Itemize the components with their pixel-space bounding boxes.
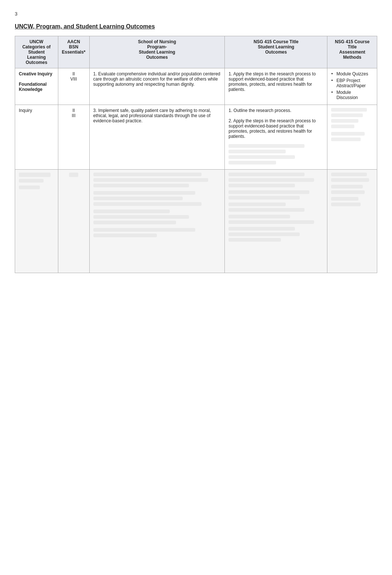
row1-col3: 1. Evaluate comprehensive individual and… [89, 68, 225, 105]
row2-col5 [327, 105, 377, 170]
col-header-1: UNCWCategories ofStudent LearningOutcome… [15, 36, 58, 68]
row2-col3: 3. Implement safe, quality patient care … [89, 105, 225, 170]
row2-col4: 1. Outline the research process. 2. Appl… [225, 105, 327, 170]
section-title: UNCW, Program, and Student Learning Outc… [15, 23, 377, 30]
table-row: Creative InquiryFoundational Knowledge I… [15, 68, 377, 105]
row1-col1: Creative InquiryFoundational Knowledge [15, 68, 58, 105]
row1-col4: 1. Apply the steps in the research proce… [225, 68, 327, 105]
col-header-4: NSG 415 Course TitleStudent LearningOutc… [225, 36, 327, 68]
col-header-3: School of NursingProgram-Student Learnin… [89, 36, 225, 68]
col-header-2: AACNBSNEssentials* [58, 36, 89, 68]
row3-col5 [327, 170, 377, 273]
page-number: 3 [15, 11, 377, 17]
table-row [15, 170, 377, 273]
row3-col3 [89, 170, 225, 273]
row1-col2: IIVIII [58, 68, 89, 105]
learning-outcomes-table: UNCWCategories ofStudent LearningOutcome… [15, 36, 377, 273]
row3-col4 [225, 170, 327, 273]
row3-col2 [58, 170, 89, 273]
row1-col5: Module Quizzes EBP Project Abstract/Pape… [327, 68, 377, 105]
row2-col1: Inquiry [15, 105, 58, 170]
row2-col2: IIIII [58, 105, 89, 170]
col-header-5: NSG 415 Course TitleAssessment Methods [327, 36, 377, 68]
table-row: Inquiry IIIII 3. Implement safe, quality… [15, 105, 377, 170]
row3-col1 [15, 170, 58, 273]
